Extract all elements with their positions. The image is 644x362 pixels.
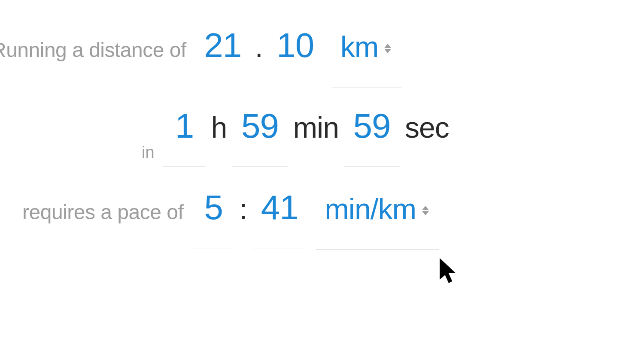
distance-label: Running a distance of [0,38,186,62]
chevron-up-icon [422,206,429,210]
distance-unit-select[interactable]: km [332,28,402,87]
time-row: in h min sec [142,106,454,167]
minutes-unit-label: min [288,111,344,144]
time-seconds-input[interactable] [344,106,400,167]
distance-whole-input[interactable] [195,26,251,86]
time-minutes-input[interactable] [232,106,288,167]
pace-row: requires a pace of : min/km [22,188,439,250]
chevron-up-icon [384,44,391,48]
pace-unit-label: min/km [325,192,416,226]
pace-seconds-input[interactable] [252,188,307,248]
seconds-unit-label: sec [400,111,454,144]
stepper-arrows-icon [422,206,429,215]
pace-label: requires a pace of [22,200,183,224]
chevron-down-icon [422,211,429,215]
chevron-down-icon [384,49,391,53]
time-label: in [142,143,155,162]
decimal-separator: . [251,30,267,63]
hours-unit-label: h [206,111,232,144]
pace-separator: : [235,192,252,226]
pace-unit-select[interactable]: min/km [316,190,439,250]
distance-unit-label: km [340,30,379,63]
distance-row: Running a distance of . km [0,26,401,87]
cursor-icon [438,257,459,287]
stepper-arrows-icon [384,44,391,53]
time-hours-input[interactable] [163,106,206,167]
distance-decimal-input[interactable] [267,26,323,86]
pace-minutes-input[interactable] [192,188,235,248]
